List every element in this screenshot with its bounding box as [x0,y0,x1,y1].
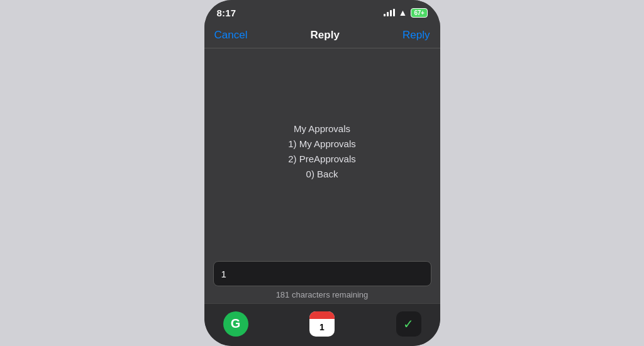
checkmark-label: ✓ [403,316,414,332]
nav-title: Reply [311,29,340,42]
grammarly-label: G [231,316,241,331]
message-body: My Approvals 1) My Approvals 2) PreAppro… [204,48,440,255]
phone-frame: 8:17 ▲ 67+ Cancel Reply Reply My Approva… [204,0,440,346]
calendar-day: 1 [309,319,335,337]
message-line-3: 2) PreApprovals [288,152,356,167]
checkmark-app-icon[interactable]: ✓ [396,311,421,337]
message-line-4: 0) Back [288,167,356,182]
status-icons: ▲ 67+ [384,8,428,18]
input-area: 181 characters remaining [204,255,440,303]
reply-text-input[interactable] [213,261,431,286]
char-count: 181 characters remaining [213,290,431,299]
wifi-icon: ▲ [399,8,408,18]
message-line-1: My Approvals [288,121,356,137]
calendar-top-bar [309,311,335,319]
signal-bars-icon [384,9,395,16]
nav-bar: Cancel Reply Reply [204,24,440,48]
reply-button[interactable]: Reply [402,29,430,42]
status-time: 8:17 [217,8,236,18]
battery-indicator: 67+ [411,8,427,18]
status-bar: 8:17 ▲ 67+ [204,0,440,24]
bottom-bar: G 1 ✓ [204,303,440,346]
grammarly-app-icon[interactable]: G [223,311,248,337]
message-line-2: 1) My Approvals [288,137,356,152]
cancel-button[interactable]: Cancel [214,29,248,42]
calendar-app-icon[interactable]: 1 [309,311,335,337]
message-content: My Approvals 1) My Approvals 2) PreAppro… [288,121,356,182]
